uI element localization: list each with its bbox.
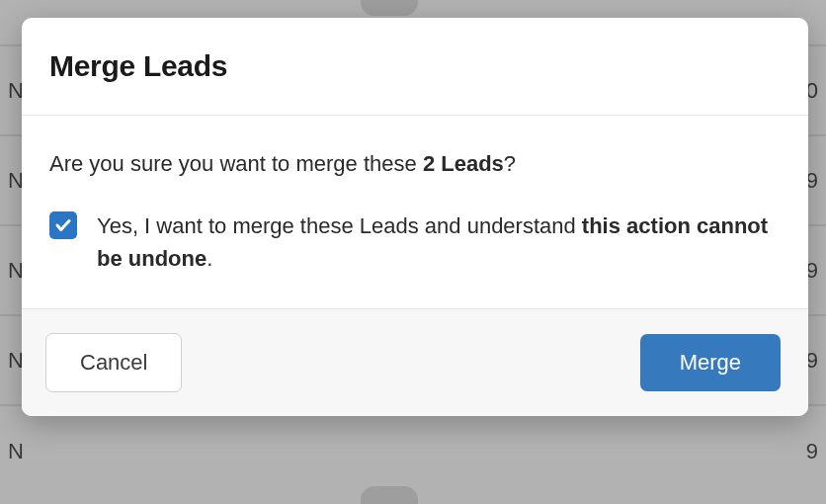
modal-title: Merge Leads — [49, 49, 781, 83]
confirm-checkbox-label: Yes, I want to merge these Leads and und… — [97, 210, 781, 275]
check-icon — [54, 216, 72, 234]
checkbox-text-prefix: Yes, I want to merge these Leads and und… — [97, 213, 582, 238]
modal-footer: Cancel Merge — [22, 308, 808, 416]
merge-button[interactable]: Merge — [640, 334, 781, 391]
checkbox-text-suffix: . — [206, 246, 212, 271]
confirm-count: 2 Leads — [423, 151, 504, 176]
confirm-text: Are you sure you want to merge these 2 L… — [49, 149, 781, 180]
modal-body: Are you sure you want to merge these 2 L… — [22, 116, 808, 308]
confirm-prefix: Are you sure you want to merge these — [49, 151, 423, 176]
modal-header: Merge Leads — [22, 18, 808, 116]
cancel-button[interactable]: Cancel — [45, 333, 182, 392]
confirm-suffix: ? — [504, 151, 516, 176]
confirm-checkbox[interactable] — [49, 211, 77, 239]
confirm-checkbox-row: Yes, I want to merge these Leads and und… — [49, 210, 781, 275]
merge-leads-modal: Merge Leads Are you sure you want to mer… — [22, 18, 808, 416]
